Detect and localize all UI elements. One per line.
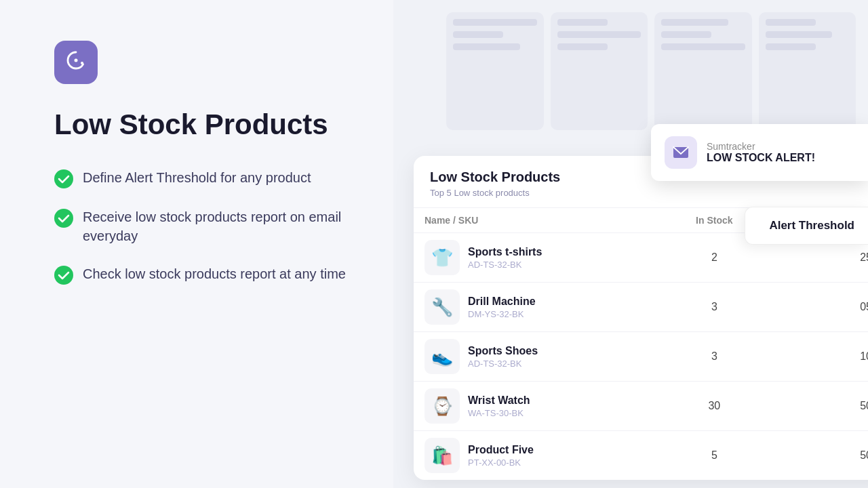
table-row: 🛍️ Product Five PT-XX-00-BK 5 50 [414, 431, 868, 481]
feature-list: Define Alert Threshold for any product R… [54, 168, 353, 285]
app-logo [54, 41, 98, 84]
low-stock-table-card: Low Stock Products See More Top 5 Low st… [414, 156, 868, 480]
product-name-5: Product Five [468, 444, 534, 456]
notification-icon [665, 136, 697, 169]
svg-point-0 [81, 62, 83, 64]
stock-value-5: 5 [667, 431, 762, 481]
product-sku-2: DM-YS-32-BK [468, 309, 536, 319]
stock-value-3: 3 [667, 332, 762, 382]
mail-icon [672, 144, 690, 161]
check-icon-3 [54, 266, 73, 285]
feature-text-3: Check low stock products report at any t… [83, 264, 346, 283]
feature-item-2: Receive low stock products report on ema… [54, 207, 353, 245]
alert-threshold-overlay: Alert Threshold [745, 207, 868, 245]
notification-popup: Sumtracker LOW STOCK ALERT! [651, 124, 868, 181]
svg-point-2 [54, 169, 73, 188]
table-row: 👟 Sports Shoes AD-TS-32-BK 3 10 [414, 332, 868, 382]
notification-app-name: Sumtracker [707, 141, 815, 152]
product-cell-2: 🔧 Drill Machine DM-YS-32-BK [414, 283, 667, 332]
svg-point-3 [54, 209, 73, 228]
product-image-2: 🔧 [425, 289, 460, 325]
product-name-3: Sports Shoes [468, 345, 538, 357]
product-name-4: Wrist Watch [468, 394, 530, 407]
product-sku-3: AD-TS-32-BK [468, 359, 538, 369]
left-section: Low Stock Products Define Alert Threshol… [0, 0, 393, 488]
notification-content: Sumtracker LOW STOCK ALERT! [707, 141, 815, 164]
table-subtitle: Top 5 Low stock products [414, 188, 868, 207]
product-cell-3: 👟 Sports Shoes AD-TS-32-BK [414, 332, 667, 382]
stock-value-4: 30 [667, 382, 762, 431]
svg-point-4 [54, 266, 73, 285]
alert-threshold-value-2: 05 [762, 283, 868, 332]
table-row: 🔧 Drill Machine DM-YS-32-BK 3 05 [414, 283, 868, 332]
table-title: Low Stock Products [430, 169, 560, 185]
alert-threshold-value-4: 50 [762, 382, 868, 431]
check-icon-1 [54, 169, 73, 188]
product-name-2: Drill Machine [468, 296, 536, 308]
feature-text-2: Receive low stock products report on ema… [83, 207, 353, 245]
alert-threshold-label: Alert Threshold [759, 218, 854, 233]
product-image-5: 🛍️ [425, 438, 460, 473]
product-image-3: 👟 [425, 339, 460, 374]
col-header-product: Name / SKU [414, 208, 667, 233]
app-logo-icon [64, 48, 88, 77]
product-sku-4: WA-TS-30-BK [468, 408, 530, 418]
stock-value-2: 3 [667, 283, 762, 332]
table-body: 👕 Sports t-shirts AD-TS-32-BK 2 25 🔧 Dri… [414, 233, 868, 481]
bg-decorative-cards [434, 0, 868, 142]
check-icon-2 [54, 209, 73, 228]
products-table: Name / SKU In Stock 👕 Sports t-shirts AD… [414, 207, 868, 480]
product-sku-1: AD-TS-32-BK [468, 260, 542, 270]
product-cell-1: 👕 Sports t-shirts AD-TS-32-BK [414, 233, 667, 283]
product-cell-4: ⌚ Wrist Watch WA-TS-30-BK [414, 382, 667, 431]
feature-text-1: Define Alert Threshold for any product [83, 168, 311, 187]
product-name-1: Sports t-shirts [468, 246, 542, 258]
page-title: Low Stock Products [54, 108, 353, 141]
svg-point-1 [75, 58, 78, 62]
product-cell-5: 🛍️ Product Five PT-XX-00-BK [414, 431, 667, 481]
product-image-1: 👕 [425, 240, 460, 275]
alert-threshold-value-3: 10 [762, 332, 868, 382]
feature-item-1: Define Alert Threshold for any product [54, 168, 353, 188]
table-row: ⌚ Wrist Watch WA-TS-30-BK 30 50 [414, 382, 868, 431]
notification-message: LOW STOCK ALERT! [707, 152, 815, 164]
feature-item-3: Check low stock products report at any t… [54, 264, 353, 285]
product-sku-5: PT-XX-00-BK [468, 458, 534, 468]
product-image-4: ⌚ [425, 388, 460, 424]
alert-threshold-value-5: 50 [762, 431, 868, 481]
